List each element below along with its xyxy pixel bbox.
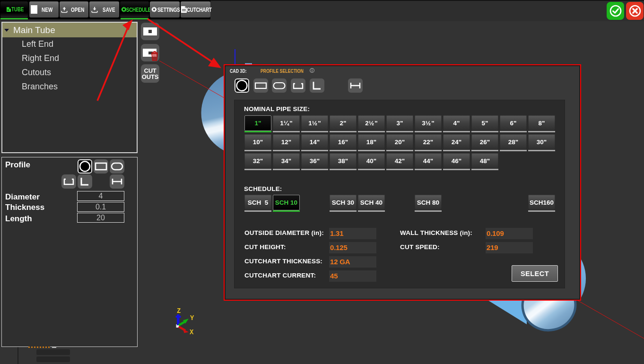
- svg-text:Z: Z: [177, 307, 181, 315]
- svg-text:X: X: [190, 329, 194, 336]
- svg-text:Y: Y: [190, 314, 194, 322]
